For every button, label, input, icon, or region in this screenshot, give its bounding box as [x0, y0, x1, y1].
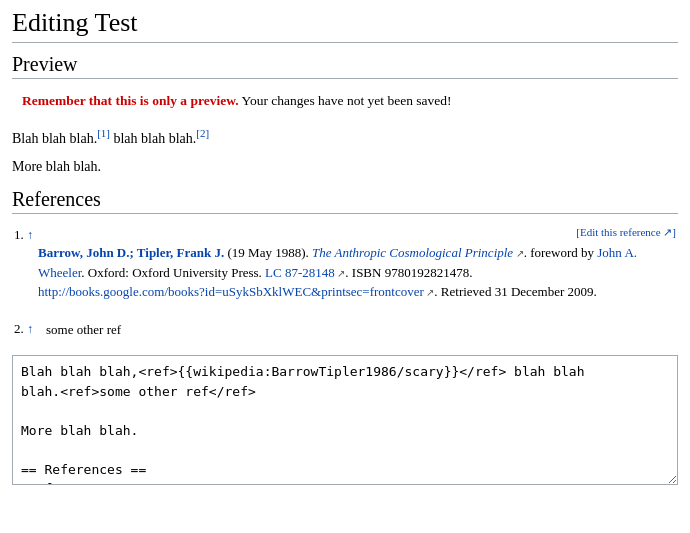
text-blah-2: blah blah blah.: [110, 131, 196, 146]
ref-1-title-link[interactable]: The Anthropic Cosmological Principle: [312, 245, 513, 260]
ref-1-pub: . Oxford: Oxford University Press.: [81, 265, 265, 280]
cite-1: [1]: [97, 127, 110, 140]
warning-bold-text: Remember that this is only a preview.: [22, 93, 239, 108]
preview-title: Preview: [12, 53, 678, 79]
ref-1-ext-icon: ↗: [513, 248, 524, 259]
ref-1-up-arrow[interactable]: ↑: [27, 228, 33, 242]
content-line2: More blah blah.: [12, 156, 678, 178]
ref-1-period: . foreword by: [524, 245, 598, 260]
ref-1-retrieved: . Retrieved 31 December 2009.: [434, 284, 596, 299]
ref-1-number: 1. ↑: [14, 226, 38, 243]
ref-1-lc-icon: ↗: [335, 268, 346, 279]
ref-2-up-arrow[interactable]: ↑: [27, 322, 33, 336]
ref-1-author: Barrow, John D.; Tipler, Frank J.: [38, 245, 224, 260]
ref-1-edit-anchor[interactable]: [Edit this reference ↗]: [576, 226, 676, 238]
content-line1: Blah blah blah.[1] blah blah blah.[2]: [12, 125, 678, 150]
references-section: References 1. ↑ [Edit this reference ↗]: [12, 188, 678, 343]
reference-item-2: 2. ↑ some other ref: [12, 316, 678, 344]
wikitext-editor[interactable]: Blah blah blah,<ref>{{wikipedia:BarrowTi…: [12, 355, 678, 485]
ref-1-lc-link[interactable]: LC 87-28148: [265, 265, 335, 280]
ref-1-url-icon: ↗: [424, 287, 435, 298]
preview-warning-box: Remember that this is only a preview. Yo…: [12, 87, 678, 115]
warning-rest-text: Your changes have not yet been saved!: [239, 93, 452, 108]
references-list: 1. ↑ [Edit this reference ↗] Barrow, Joh…: [12, 222, 678, 343]
ref-1-isbn: . ISBN 9780192821478.: [345, 265, 472, 280]
ref-1-author-link[interactable]: Barrow, John D.; Tipler, Frank J.: [38, 245, 224, 260]
cite-link-2[interactable]: [2]: [196, 127, 209, 139]
cite-2: [2]: [196, 127, 209, 140]
ref-1-date: (19 May 1988).: [224, 245, 312, 260]
ref-1-header: 1. ↑ [Edit this reference ↗]: [14, 226, 676, 243]
cite-link-1[interactable]: [1]: [97, 127, 110, 139]
references-title: References: [12, 188, 678, 214]
page-container: Editing Test Preview Remember that this …: [0, 0, 690, 493]
ref-2-content: some other ref: [38, 320, 676, 340]
ref-1-content: Barrow, John D.; Tipler, Frank J. (19 Ma…: [14, 243, 676, 302]
preview-content: Blah blah blah.[1] blah blah blah.[2] Mo…: [12, 125, 678, 178]
ref-1-url-link[interactable]: http://books.google.com/books?id=uSykSbX…: [38, 284, 424, 299]
reference-item-1: 1. ↑ [Edit this reference ↗] Barrow, Joh…: [12, 222, 678, 306]
text-blah-blah: Blah blah blah.: [12, 131, 97, 146]
ref-1-edit-link: [Edit this reference ↗]: [566, 226, 676, 243]
page-title: Editing Test: [12, 8, 678, 43]
ref-2-number: 2. ↑: [14, 320, 38, 337]
